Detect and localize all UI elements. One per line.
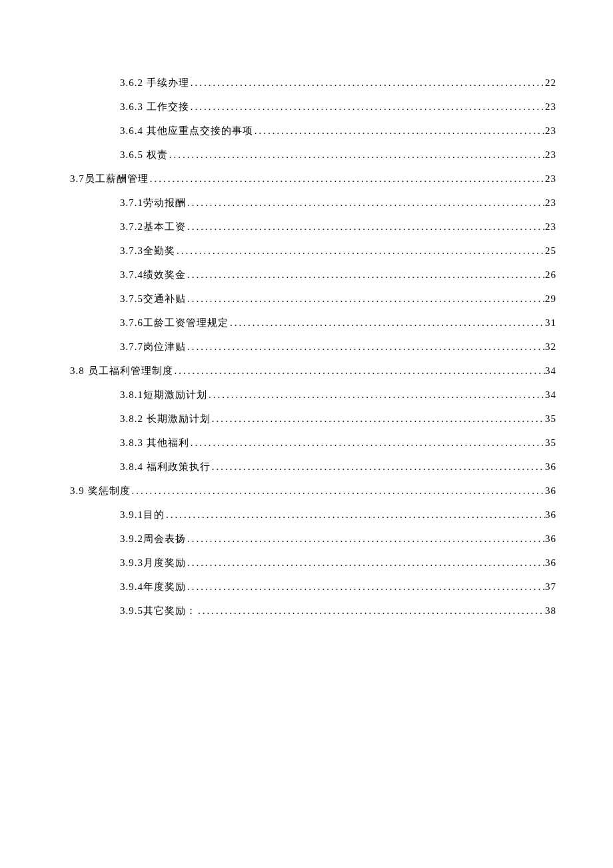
toc-label: 3.8.3 其他福利 <box>120 437 189 449</box>
toc-leader-dots <box>211 461 545 473</box>
toc-leader-dots <box>186 581 545 593</box>
toc-page-number: 23 <box>545 197 556 209</box>
toc-leader-dots <box>189 77 545 89</box>
toc-entry: 3.7员工薪酬管理 23 <box>57 173 556 185</box>
toc-page-number: 26 <box>545 269 556 281</box>
toc-leader-dots <box>186 557 545 569</box>
toc-leader-dots <box>253 125 545 137</box>
toc-entry: 3.8.1短期激励计划 34 <box>57 389 556 401</box>
toc-entry: 3.9.5其它奖励： 38 <box>57 605 556 617</box>
toc-leader-dots <box>229 317 545 329</box>
toc-label: 3.9.1目的 <box>120 509 165 521</box>
toc-entry: 3.6.2 手续办理 22 <box>57 77 556 89</box>
toc-label: 3.6.4 其他应重点交接的事项 <box>120 125 253 137</box>
toc-page-number: 23 <box>545 101 556 113</box>
toc-leader-dots <box>186 269 545 281</box>
toc-page-number: 35 <box>545 437 556 449</box>
toc-leader-dots <box>149 173 545 185</box>
toc-leader-dots <box>186 221 545 233</box>
toc-label: 3.6.3 工作交接 <box>120 101 189 113</box>
toc-page-number: 34 <box>545 389 556 401</box>
toc-entry: 3.9.1目的 36 <box>57 509 556 521</box>
toc-entry: 3.7.6工龄工资管理规定 31 <box>57 317 556 329</box>
toc-leader-dots <box>131 485 546 497</box>
toc-entry: 3.8 员工福利管理制度 34 <box>57 365 556 377</box>
toc-page-number: 23 <box>545 149 556 161</box>
toc-label: 3.7.3全勤奖 <box>120 245 175 257</box>
toc-entry: 3.8.2 长期激励计划 35 <box>57 413 556 425</box>
toc-label: 3.7.7岗位津贴 <box>120 341 186 353</box>
toc-entry: 3.7.3全勤奖 25 <box>57 245 556 257</box>
toc-page-number: 36 <box>545 461 556 473</box>
toc-label: 3.8.1短期激励计划 <box>120 389 207 401</box>
toc-label: 3.7.5交通补贴 <box>120 293 186 305</box>
toc-leader-dots <box>186 293 545 305</box>
toc-page-number: 25 <box>545 245 556 257</box>
toc-label: 3.9.5其它奖励： <box>120 605 197 617</box>
toc-leader-dots <box>165 509 545 521</box>
toc-leader-dots <box>189 101 545 113</box>
toc-leader-dots <box>168 149 545 161</box>
toc-page-number: 36 <box>545 557 556 569</box>
toc-page-number: 32 <box>545 341 556 353</box>
toc-entry: 3.9 奖惩制度 36 <box>57 485 556 497</box>
toc-label: 3.8 员工福利管理制度 <box>70 365 173 377</box>
toc-label: 3.7员工薪酬管理 <box>70 173 149 185</box>
toc-label: 3.7.4绩效奖金 <box>120 269 186 281</box>
toc-page-number: 36 <box>545 485 556 497</box>
toc-entry: 3.7.7岗位津贴 32 <box>57 341 556 353</box>
toc-entry: 3.8.4 福利政策执行 36 <box>57 461 556 473</box>
toc-entry: 3.9.3月度奖励 36 <box>57 557 556 569</box>
toc-leader-dots <box>186 341 545 353</box>
toc-entry: 3.7.2基本工资 23 <box>57 221 556 233</box>
toc-leader-dots <box>189 437 545 449</box>
toc-entry: 3.7.1劳动报酬 23 <box>57 197 556 209</box>
toc-page-number: 23 <box>545 173 556 185</box>
toc-entry: 3.9.2周会表扬 36 <box>57 533 556 545</box>
toc-page-number: 22 <box>545 77 556 89</box>
toc-label: 3.7.2基本工资 <box>120 221 186 233</box>
toc-label: 3.9.4年度奖励 <box>120 581 186 593</box>
toc-page-number: 23 <box>545 125 556 137</box>
toc-page-number: 31 <box>545 317 556 329</box>
table-of-contents: 3.6.2 手续办理 22 3.6.3 工作交接 23 3.6.4 其他应重点交… <box>57 77 556 617</box>
toc-leader-dots <box>186 197 545 209</box>
toc-page-number: 29 <box>545 293 556 305</box>
toc-leader-dots <box>207 389 545 401</box>
toc-page-number: 36 <box>545 509 556 521</box>
toc-label: 3.6.2 手续办理 <box>120 77 189 89</box>
toc-label: 3.7.6工龄工资管理规定 <box>120 317 229 329</box>
toc-label: 3.9 奖惩制度 <box>70 485 131 497</box>
toc-entry: 3.9.4年度奖励 37 <box>57 581 556 593</box>
toc-entry: 3.7.5交通补贴 29 <box>57 293 556 305</box>
toc-leader-dots <box>173 365 546 377</box>
toc-entry: 3.8.3 其他福利 35 <box>57 437 556 449</box>
toc-page-number: 36 <box>545 533 556 545</box>
toc-entry: 3.6.4 其他应重点交接的事项 23 <box>57 125 556 137</box>
toc-page-number: 38 <box>545 605 556 617</box>
toc-label: 3.9.2周会表扬 <box>120 533 186 545</box>
toc-leader-dots <box>175 245 545 257</box>
toc-leader-dots <box>186 533 545 545</box>
toc-page-number: 35 <box>545 413 556 425</box>
toc-label: 3.8.4 福利政策执行 <box>120 461 211 473</box>
toc-leader-dots <box>211 413 545 425</box>
toc-label: 3.6.5 权责 <box>120 149 168 161</box>
toc-entry: 3.7.4绩效奖金 26 <box>57 269 556 281</box>
toc-page-number: 23 <box>545 221 556 233</box>
toc-page-number: 34 <box>545 365 556 377</box>
toc-label: 3.7.1劳动报酬 <box>120 197 186 209</box>
toc-label: 3.9.3月度奖励 <box>120 557 186 569</box>
toc-page-number: 37 <box>545 581 556 593</box>
toc-entry: 3.6.5 权责 23 <box>57 149 556 161</box>
toc-entry: 3.6.3 工作交接 23 <box>57 101 556 113</box>
toc-leader-dots <box>197 605 545 617</box>
toc-label: 3.8.2 长期激励计划 <box>120 413 211 425</box>
